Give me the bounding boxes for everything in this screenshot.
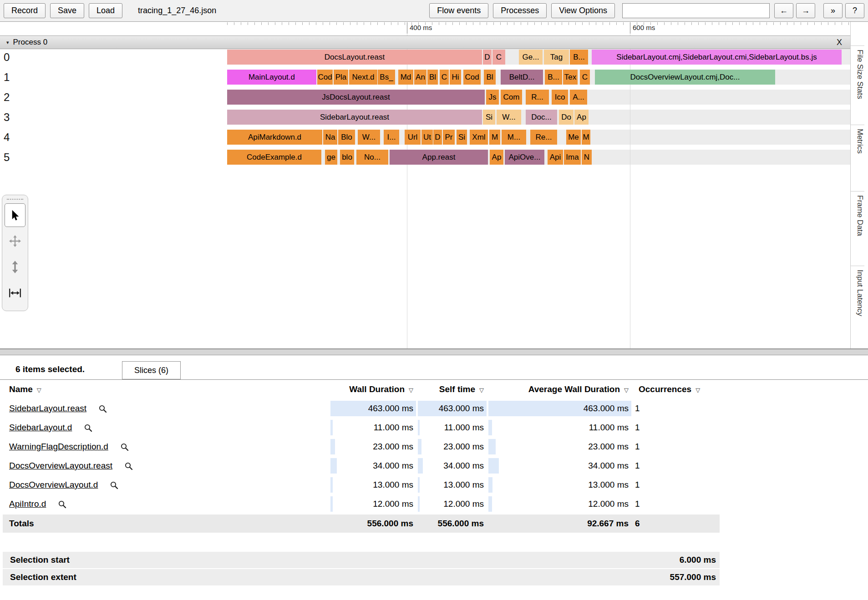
trace-slice[interactable]: MainLayout.d — [227, 70, 316, 85]
help-button[interactable]: ? — [845, 3, 864, 18]
slice-name-link[interactable]: DocsOverviewLayout.reast — [9, 461, 112, 471]
trace-slice[interactable]: JsDocsLayout.reast — [227, 90, 485, 105]
timeline-ruler[interactable]: 400 ms600 ms — [227, 22, 850, 34]
trace-slice[interactable]: Ge... — [519, 50, 543, 65]
load-button[interactable]: Load — [89, 3, 122, 18]
trace-slice[interactable]: Url — [405, 130, 421, 145]
timing-tool-button[interactable] — [5, 281, 25, 305]
side-tab-input-latency[interactable]: Input Latency — [851, 266, 864, 348]
magnifier-icon[interactable] — [110, 481, 118, 489]
trace-slice[interactable]: ApiOve... — [505, 150, 544, 165]
trace-slice[interactable]: Js — [486, 90, 499, 105]
trace-slice[interactable]: Cod — [463, 70, 481, 85]
trace-slice[interactable]: DocsLayout.reast — [227, 50, 482, 65]
trace-slice[interactable]: Tex — [563, 70, 578, 85]
magnifier-icon[interactable] — [58, 500, 66, 509]
slice-name-link[interactable]: ApiIntro.d — [9, 499, 46, 509]
trace-slice[interactable]: D — [433, 130, 442, 145]
column-header-name[interactable]: Name▽ — [3, 384, 330, 394]
pan-tool-button[interactable] — [5, 229, 25, 253]
trace-slice[interactable]: blo — [340, 150, 354, 165]
trace-slice[interactable]: ge — [325, 150, 337, 165]
trace-slice[interactable]: Tag — [544, 50, 569, 65]
trace-slice[interactable]: SidebarLayout.reast — [227, 110, 482, 125]
magnifier-icon[interactable] — [124, 462, 133, 470]
trace-slice[interactable]: M — [489, 130, 500, 145]
slice-name-link[interactable]: WarningFlagDescription.d — [9, 442, 108, 452]
slices-tab[interactable]: Slices (6) — [122, 361, 181, 379]
trace-slice[interactable]: SidebarLayout.cmj,SidebarLayout.cmi,Side… — [592, 50, 842, 65]
collapse-triangle-icon[interactable]: ▾ — [6, 40, 9, 45]
search-input[interactable] — [622, 3, 770, 18]
trace-slice[interactable]: W... — [358, 130, 380, 145]
trace-slice[interactable]: Md — [398, 70, 413, 85]
trace-slice[interactable]: N — [582, 150, 592, 165]
trace-slice[interactable]: Api — [548, 150, 563, 165]
trace-slice[interactable]: CodeExample.d — [227, 150, 321, 165]
trace-slice[interactable]: Me — [566, 130, 581, 145]
view-options-button[interactable]: View Options — [551, 3, 615, 18]
trace-slice[interactable]: Pr — [443, 130, 455, 145]
column-header-self-time[interactable]: Self time▽ — [417, 384, 487, 394]
trace-slice[interactable]: W... — [497, 110, 521, 125]
trace-slice[interactable]: M... — [502, 130, 526, 145]
trace-slice[interactable]: No... — [356, 150, 388, 165]
trace-slice[interactable]: An — [414, 70, 426, 85]
trace-slice[interactable]: Ima — [564, 150, 581, 165]
trace-slice[interactable]: M — [582, 130, 590, 145]
column-header-average-wall-duration[interactable]: Average Wall Duration▽ — [487, 384, 632, 394]
trace-slice[interactable]: C — [440, 70, 449, 85]
trace-slice[interactable]: Bl — [427, 70, 438, 85]
trace-slice[interactable]: C — [492, 50, 505, 65]
trace-slice[interactable]: BeltD... — [501, 70, 543, 85]
magnifier-icon[interactable] — [84, 424, 92, 432]
process-close-button[interactable]: X — [835, 38, 844, 47]
trace-slice[interactable]: Re... — [530, 130, 557, 145]
side-tab-frame-data[interactable]: Frame Data — [851, 191, 864, 266]
trace-slice[interactable]: DocsOverviewLayout.cmj,Doc... — [595, 70, 775, 85]
chevron-double-button[interactable]: » — [823, 3, 843, 18]
trace-slice[interactable]: Xml — [470, 130, 488, 145]
side-tab-file-size-stats[interactable]: File Size Stats — [851, 45, 864, 125]
trace-slice[interactable]: D — [483, 50, 492, 65]
magnifier-icon[interactable] — [120, 443, 129, 451]
back-arrow-button[interactable]: ← — [774, 3, 793, 18]
slice-name-link[interactable]: SidebarLayout.reast — [9, 403, 86, 413]
trace-slice[interactable]: ApiMarkdown.d — [227, 130, 322, 145]
trace-slice[interactable]: Pla — [334, 70, 348, 85]
processes-button[interactable]: Processes — [493, 3, 547, 18]
trace-slice[interactable]: Hi — [450, 70, 461, 85]
forward-arrow-button[interactable]: → — [796, 3, 815, 18]
column-header-occurrences[interactable]: Occurrences▽ — [632, 384, 720, 394]
trace-slice[interactable]: Ap — [490, 150, 503, 165]
trace-slice[interactable]: Ap — [574, 110, 589, 125]
trace-slice[interactable]: Si — [457, 130, 467, 145]
trace-slice[interactable]: R... — [526, 90, 549, 105]
trace-slice[interactable]: Na — [323, 130, 337, 145]
save-button[interactable]: Save — [50, 3, 84, 18]
zoom-tool-button[interactable] — [5, 255, 25, 279]
trace-slice[interactable]: Ut — [421, 130, 433, 145]
trace-slice[interactable]: Next.d — [349, 70, 377, 85]
slice-name-link[interactable]: DocsOverviewLayout.d — [9, 480, 98, 490]
trace-slice[interactable]: Com — [501, 90, 522, 105]
slice-name-link[interactable]: SidebarLayout.d — [9, 423, 72, 433]
trace-slice[interactable]: B... — [545, 70, 562, 85]
column-header-wall-duration[interactable]: Wall Duration▽ — [330, 384, 417, 394]
trace-slice[interactable]: A... — [570, 90, 587, 105]
trace-slice[interactable]: B... — [570, 50, 588, 65]
trace-slice[interactable]: Do — [559, 110, 574, 125]
selection-tool-button[interactable] — [5, 203, 25, 227]
magnifier-icon[interactable] — [98, 404, 107, 413]
trace-slice[interactable]: Cod — [317, 70, 333, 85]
palette-grip-handle[interactable] — [7, 199, 23, 200]
trace-slice[interactable]: I... — [384, 130, 399, 145]
trace-slice[interactable]: App.reast — [390, 150, 488, 165]
trace-slice[interactable]: C — [580, 70, 590, 85]
trace-slice[interactable]: Doc... — [526, 110, 557, 125]
trace-slice[interactable]: Ico — [552, 90, 568, 105]
panel-splitter[interactable] — [0, 348, 868, 355]
record-button[interactable]: Record — [4, 3, 46, 18]
trace-slice[interactable]: Bs_ — [378, 70, 395, 85]
trace-slice[interactable]: Bl — [484, 70, 496, 85]
